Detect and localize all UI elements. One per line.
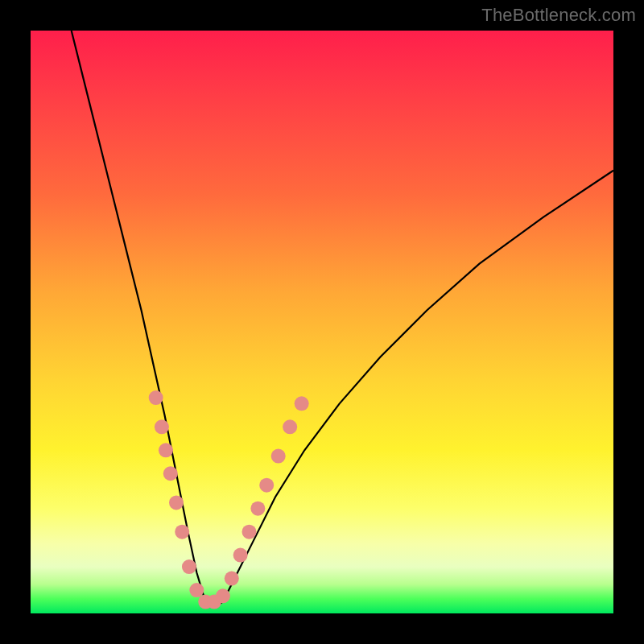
data-point [242,525,257,539]
data-point [271,449,286,464]
data-point [182,559,196,574]
chart-svg [31,31,613,613]
plot-area [31,31,613,613]
data-point [149,390,163,405]
data-point [283,419,297,434]
data-point [159,443,173,457]
chart-frame: TheBottleneck.com [0,0,644,644]
data-point [216,588,230,603]
data-point [155,419,169,434]
data-point [189,583,204,597]
data-point [225,572,239,586]
data-point [233,548,248,563]
data-point [169,495,184,510]
data-point [259,478,274,493]
watermark-text: TheBottleneck.com [481,5,636,26]
data-point [250,502,265,516]
data-point [163,466,178,481]
data-point [175,525,189,539]
data-point [295,396,309,411]
data-points [149,390,309,609]
bottleneck-curve [72,31,613,608]
